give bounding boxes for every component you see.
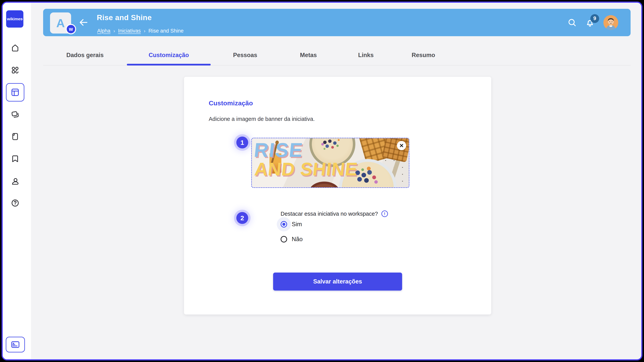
- page-title: Rise and Shine: [97, 13, 152, 22]
- app-logo-text-mirrored: e: [20, 17, 22, 21]
- breadcrumb: Alpha › Iniciativas › Rise and Shine: [97, 28, 184, 34]
- remove-banner-button[interactable]: ✕: [397, 141, 406, 150]
- sidebar-item-help[interactable]: [11, 199, 20, 207]
- header-actions: 9: [568, 9, 618, 36]
- credit-card-icon: [11, 341, 20, 349]
- user-avatar[interactable]: [603, 15, 618, 30]
- notifications: 9: [585, 18, 594, 27]
- sidebar: wikimee: [3, 3, 31, 359]
- customization-card: Customização Adicione a imagem de banner…: [184, 77, 491, 315]
- card-shortcut-button[interactable]: [6, 337, 25, 353]
- breadcrumb-link-alpha[interactable]: Alpha: [97, 28, 110, 34]
- banner-decor-berries: [323, 141, 326, 144]
- radio-option-sim[interactable]: Sim: [280, 221, 302, 228]
- tab-metas[interactable]: Metas: [280, 45, 337, 65]
- radio-sim-label: Sim: [292, 221, 302, 228]
- banner-text-line2: AND SHINE: [254, 159, 358, 180]
- close-icon: ✕: [399, 142, 404, 149]
- breadcrumb-separator: ›: [144, 28, 146, 34]
- sidebar-item-documents[interactable]: [11, 132, 20, 141]
- banner-image[interactable]: RISE AND SHINE ✕: [251, 138, 410, 188]
- tab-bar: Dados gerais Customização Pessoas Metas …: [43, 45, 630, 65]
- highlight-question-row: Destacar essa iniciativa no workspace? !: [280, 211, 388, 217]
- workspace-badge: w: [66, 24, 76, 34]
- radio-nao-control[interactable]: [280, 236, 287, 243]
- screen: wikimee: [0, 0, 644, 362]
- sidebar-item-cards[interactable]: [11, 110, 20, 119]
- banner-text-line1: RISE: [253, 139, 304, 161]
- user-icon: [11, 177, 20, 186]
- avatar-illustration: [603, 15, 618, 30]
- tab-links[interactable]: Links: [337, 45, 395, 65]
- radio-nao-label: Não: [292, 236, 303, 243]
- notification-count-badge: 9: [590, 14, 599, 23]
- tab-pessoas[interactable]: Pessoas: [211, 45, 280, 65]
- breadcrumb-link-iniciativas[interactable]: Iniciativas: [118, 28, 141, 34]
- step-badge-2: 2: [236, 212, 248, 224]
- workspace-initial: A: [56, 16, 65, 30]
- app-logo-text: wikime: [7, 17, 20, 21]
- sidebar-item-home[interactable]: [11, 43, 20, 52]
- workspace-avatar[interactable]: A w: [50, 12, 71, 33]
- board-layout-icon: [10, 88, 20, 97]
- save-button[interactable]: Salvar alterações: [273, 273, 402, 291]
- tab-customizacao[interactable]: Customização: [127, 45, 211, 65]
- cards-icon: [11, 110, 20, 119]
- search-icon: [568, 18, 576, 27]
- section-description: Adicione a imagem de banner da iniciativ…: [209, 116, 315, 122]
- app-logo[interactable]: wikimee: [6, 10, 24, 27]
- document-icon: [11, 132, 20, 141]
- breadcrumb-current: Rise and Shine: [148, 28, 184, 34]
- tab-dados-gerais[interactable]: Dados gerais: [43, 45, 127, 65]
- sidebar-item-bookmarks[interactable]: [11, 154, 20, 163]
- arrow-left-icon: [79, 18, 88, 26]
- highlight-question: Destacar essa iniciativa no workspace?: [280, 211, 378, 217]
- category-icon: [11, 66, 20, 74]
- tab-resumo[interactable]: Resumo: [395, 45, 452, 65]
- sidebar-item-categories[interactable]: [11, 66, 20, 74]
- app-window: wikimee: [2, 1, 642, 361]
- back-button[interactable]: [79, 18, 88, 26]
- sidebar-item-profile[interactable]: [11, 177, 20, 186]
- header: A w Rise and Shine Alpha › Iniciativas ›…: [43, 9, 630, 36]
- radio-option-nao[interactable]: Não: [280, 236, 303, 243]
- help-icon: [11, 199, 20, 207]
- radio-sim-control[interactable]: [280, 221, 287, 228]
- search-button[interactable]: [568, 18, 576, 27]
- section-title: Customização: [209, 99, 253, 107]
- bookmark-icon: [11, 154, 20, 163]
- breadcrumb-separator: ›: [114, 28, 115, 34]
- info-icon[interactable]: !: [382, 211, 388, 217]
- home-icon: [11, 43, 20, 52]
- sidebar-item-initiatives-active[interactable]: [6, 83, 24, 101]
- step-badge-1: 1: [236, 137, 248, 148]
- banner-decor-cup: [309, 182, 340, 188]
